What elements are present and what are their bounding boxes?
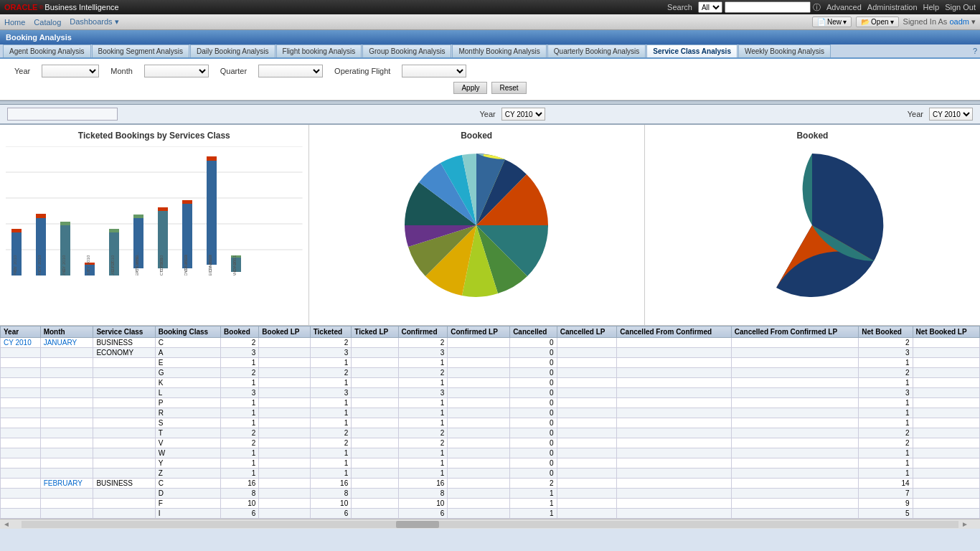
table-cell <box>352 418 398 428</box>
table-cell <box>40 448 93 458</box>
search-input[interactable] <box>725 1 811 13</box>
table-cell <box>40 348 93 358</box>
table-cell <box>40 428 93 438</box>
table-cell: 1 <box>310 468 352 479</box>
booking-title-bar: Booking Analysis <box>0 30 980 44</box>
home-link[interactable]: Home <box>4 18 25 27</box>
table-cell: 0 <box>510 418 557 428</box>
year-section-2: Year CY 2010 <box>908 108 973 121</box>
table-cell: E <box>155 358 220 368</box>
scroll-right-icon[interactable]: ► <box>958 520 980 528</box>
table-cell <box>557 448 617 458</box>
operating-flight-select[interactable] <box>402 65 466 77</box>
table-row: T22202 <box>1 428 980 438</box>
pie-chart-1-panel: Booked <box>309 125 645 325</box>
search-label: Search <box>667 3 692 11</box>
scroll-left-icon[interactable]: ◄ <box>0 520 22 528</box>
table-cell: 1 <box>221 408 259 418</box>
table-cell <box>913 509 979 519</box>
tab-flight-booking[interactable]: Flight booking Analysis <box>276 44 362 57</box>
help-link[interactable]: Help <box>923 3 940 11</box>
dashboards-link[interactable]: Dashboards ▾ <box>70 17 118 27</box>
table-cell <box>913 368 979 378</box>
year-filter-select[interactable] <box>42 65 99 77</box>
svg-text:JULY: JULY <box>86 269 90 276</box>
administration-link[interactable]: Administration <box>867 3 918 11</box>
table-cell: 6 <box>310 509 352 519</box>
table-cell: 0 <box>510 458 557 468</box>
th-year: Year <box>1 326 41 338</box>
table-cell: 2 <box>221 438 259 448</box>
month-filter-select[interactable] <box>144 65 209 77</box>
th-net-booked: Net Booked <box>859 326 913 338</box>
table-cell <box>557 468 617 479</box>
table-row: P11101 <box>1 398 980 408</box>
table-body: CY 2010JANUARYBUSINESSC22202ECONOMYA3330… <box>1 338 980 519</box>
new-button[interactable]: 📄 New ▾ <box>812 17 852 27</box>
th-confirmed-lp: Confirmed LP <box>448 326 510 338</box>
table-cell <box>1 388 41 398</box>
advanced-link[interactable]: Advanced <box>826 3 862 11</box>
tab-group-booking[interactable]: Group Booking Analysis <box>362 44 451 57</box>
search-type-select[interactable]: All <box>698 1 722 13</box>
tab-agent-booking[interactable]: Agent Booking Analysis <box>3 44 91 57</box>
horizontal-scrollbar[interactable]: ◄ ► <box>0 519 980 529</box>
scroll-thumb[interactable] <box>396 521 439 528</box>
table-cell <box>259 479 310 489</box>
tab-weekly-booking[interactable]: Weekly Booking Analysis <box>738 44 831 57</box>
svg-rect-20 <box>182 200 192 204</box>
table-cell <box>40 438 93 448</box>
open-button[interactable]: 📂 Open ▾ <box>856 17 898 27</box>
tab-daily-booking[interactable]: Daily Booking Analysis <box>190 44 275 57</box>
table-cell <box>617 509 731 519</box>
table-cell <box>557 348 617 358</box>
tab-booking-segment[interactable]: Booking Segment Analysis <box>92 44 189 57</box>
signout-link[interactable]: Sign Out <box>945 3 976 11</box>
table-cell <box>731 348 859 358</box>
table-cell <box>617 438 731 448</box>
table-cell: 0 <box>510 358 557 368</box>
table-cell <box>557 509 617 519</box>
table-cell <box>617 499 731 509</box>
tab-quarterly-booking[interactable]: Quarterly Booking Analysis <box>547 44 646 57</box>
table-cell <box>259 438 310 448</box>
catalog-link[interactable]: Catalog <box>34 18 61 27</box>
table-cell <box>731 428 859 438</box>
th-ticked-lp: Ticked LP <box>352 326 398 338</box>
table-cell <box>1 398 41 408</box>
table-cell: 1 <box>221 358 259 368</box>
table-cell <box>448 509 510 519</box>
year-select-1[interactable]: CY 2010 <box>501 108 545 121</box>
svg-rect-8 <box>36 214 46 218</box>
table-cell <box>913 428 979 438</box>
table-cell <box>448 338 510 348</box>
table-cell: 3 <box>221 388 259 398</box>
bar-chart-panel: Ticketed Bookings by Services Class <box>0 125 309 325</box>
tab-help-icon[interactable]: ? <box>973 47 977 55</box>
table-cell <box>557 479 617 489</box>
reset-button[interactable]: Reset <box>491 82 526 94</box>
table-cell: 2 <box>221 368 259 378</box>
table-cell <box>448 458 510 468</box>
tab-service-class[interactable]: Service Class Analysis <box>646 44 738 57</box>
quarter-filter-select[interactable] <box>258 65 323 77</box>
table-cell <box>40 468 93 479</box>
table-cell <box>259 338 310 348</box>
table-cell <box>93 358 155 368</box>
table-cell <box>40 378 93 388</box>
table-cell: 1 <box>398 468 448 479</box>
search-help-icon[interactable]: ⓘ <box>813 2 821 13</box>
svg-text:DECEMBER: DECEMBER <box>208 254 212 276</box>
table-cell: 1 <box>310 448 352 458</box>
table-cell: 1 <box>221 418 259 428</box>
table-cell: T <box>155 428 220 438</box>
table-cell <box>448 348 510 358</box>
table-cell: 0 <box>510 378 557 388</box>
table-cell <box>259 458 310 468</box>
year-select-2[interactable]: CY 2010 <box>929 108 973 121</box>
apply-button[interactable]: Apply <box>453 82 487 94</box>
tab-monthly-booking[interactable]: Monthly Booking Analysis <box>452 44 546 57</box>
table-cell <box>448 408 510 418</box>
table-cell: CY 2010 <box>1 338 41 348</box>
table-cell <box>448 418 510 428</box>
